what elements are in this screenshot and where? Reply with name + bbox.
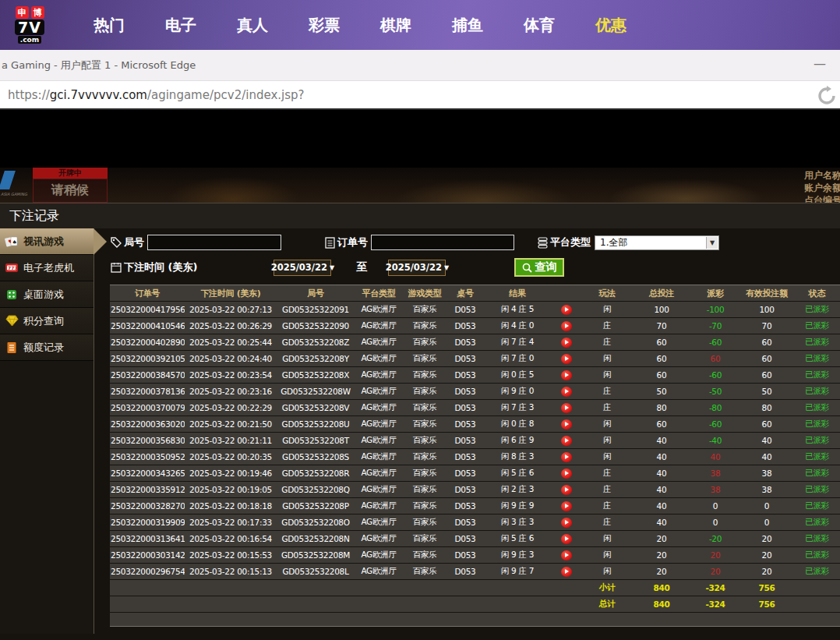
play-video-icon[interactable] [561,370,572,380]
nav-item-5[interactable]: 捕鱼 [432,15,503,36]
cell-table_no: D053 [446,318,484,334]
nav-item-1[interactable]: 电子 [145,15,217,36]
play-video-icon[interactable] [561,436,572,446]
minimize-button[interactable]: — [809,56,831,71]
cards-icon: ♥♠ [5,235,19,248]
cell-valid: 70 [739,318,794,334]
sidebar-item-4[interactable]: 额度记录 [0,334,94,361]
cell-payout: 60 [691,351,739,367]
cell-platform: AG欧洲厅 [355,384,403,400]
cell-order: 250322000410546 [110,318,185,334]
search-button[interactable]: 查询 [514,258,564,277]
play-video-icon[interactable] [561,419,572,430]
nav-item-0[interactable]: 热门 [73,15,145,36]
play-video-icon[interactable] [561,469,572,479]
nav-item-6[interactable]: 体育 [503,15,575,36]
play-video-icon[interactable] [561,534,572,544]
table-row: 2503220003282702025-03-22 00:18:18GD0532… [110,498,840,514]
cell-game: 百家乐 [403,433,446,449]
cell-order: 250322000384570 [110,367,185,384]
table-row: 2503220002967542025-03-22 00:15:13GD0532… [110,564,840,580]
play-video-icon[interactable] [561,354,572,364]
order-number-input[interactable] [371,235,514,250]
chevron-down-icon: ▼ [330,264,334,271]
top-nav: 申 博 7V .com 热门电子真人彩票棋牌捕鱼体育优惠 [0,0,840,50]
cell-round: GD05325322090 [277,318,355,334]
play-video-icon[interactable] [561,403,572,413]
site-logo[interactable]: 申 博 7V .com [8,6,51,44]
cell-round: GD0532532208S [277,449,355,465]
cell-payout: 40 [691,449,739,465]
cell-status: 已派彩 [794,384,840,400]
cell-status: 已派彩 [794,514,840,531]
platform-type-label: 平台类型 [538,235,591,249]
cell-time: 2025-03-22 00:15:13 [185,564,277,580]
empty-cell [355,596,403,613]
empty-cell [355,580,403,596]
total-bet-value: 840 [632,596,691,613]
play-video-icon[interactable] [561,501,572,511]
play-video-icon[interactable] [561,387,572,397]
sidebar-item-0[interactable]: ♥♠视讯游戏 [0,228,94,255]
url-input[interactable]: https://gci.7vvvvvv.com/agingame/pcv2/in… [8,88,305,102]
sidebar-item-1[interactable]: 777电子老虎机 [0,255,94,281]
empty-cell [551,596,582,613]
nav-item-2[interactable]: 真人 [217,15,288,36]
date-from-select[interactable]: 2025/03/22▼ [274,260,331,276]
table-row: 2503220003199092025-03-22 00:17:33GD0532… [110,514,840,531]
cell-status: 已派彩 [794,367,840,384]
header-5: 桌号 [446,285,484,302]
platform-type-select[interactable]: 1.全部 ▼ [595,235,719,250]
cell-result: 闲 7 庄 4 [484,334,551,351]
cell-status: 已派彩 [794,302,840,318]
play-video-icon[interactable] [561,485,572,495]
empty-cell [446,596,484,613]
top-nav-items: 热门电子真人彩票棋牌捕鱼体育优惠 [73,15,647,36]
cell-platform: AG欧洲厅 [355,564,403,580]
play-video-icon[interactable] [561,452,572,462]
nav-item-7[interactable]: 优惠 [575,15,647,36]
cell-valid: 40 [739,433,794,449]
cell-platform: AG欧洲厅 [355,449,403,465]
cell-play: 闲 [582,351,632,367]
cell-play: 庄 [582,498,632,514]
date-to-select[interactable]: 2025/03/22▼ [388,260,446,276]
cell-round: GD0532532208Y [277,351,355,367]
cell-round: GD0532532208P [277,498,355,514]
table-header-row: 订单号下注时间 (美东)局号平台类型游戏类型桌号结果玩法总投注派彩有效投注额状态 [110,285,840,302]
header-9: 总投注 [632,285,691,302]
total-label: 小计 [582,580,632,596]
play-video-icon[interactable] [561,518,572,528]
total-payout-value: -324 [691,580,739,596]
cell-game: 百家乐 [403,514,446,531]
cell-play_btn [551,416,582,433]
play-video-icon[interactable] [561,550,572,560]
cell-result: 闲 9 庄 0 [484,384,551,400]
cell-total: 80 [632,400,691,416]
cell-game: 百家乐 [403,400,446,416]
play-video-icon[interactable] [561,321,572,331]
play-video-icon[interactable] [561,338,572,348]
total-valid-value: 756 [739,596,794,613]
play-video-icon[interactable] [561,305,572,315]
cell-play_btn [551,334,582,351]
cell-total: 50 [632,384,691,400]
cell-time: 2025-03-22 00:24:40 [185,351,277,367]
sidebar-item-3[interactable]: 积分查询 [0,308,94,334]
table-row: 2503220003630202025-03-22 00:21:50GD0532… [110,416,840,433]
refresh-icon[interactable] [817,86,837,106]
cell-result: 闲 3 庄 3 [484,514,551,531]
cell-total: 40 [632,498,691,514]
cell-status: 已派彩 [794,482,840,498]
header-10: 派彩 [691,285,739,302]
cell-valid: 20 [739,531,794,547]
round-number-input[interactable] [147,235,281,250]
play-video-icon[interactable] [561,567,572,577]
table-row: 2503220003568302025-03-22 00:21:11GD0532… [110,433,840,449]
svg-text:♠: ♠ [12,239,16,245]
nav-item-4[interactable]: 棋牌 [360,15,432,36]
empty-cell [185,596,277,613]
sidebar-item-2[interactable]: 桌面游戏 [0,281,94,308]
nav-item-3[interactable]: 彩票 [288,15,360,36]
cell-play: 闲 [582,367,632,384]
